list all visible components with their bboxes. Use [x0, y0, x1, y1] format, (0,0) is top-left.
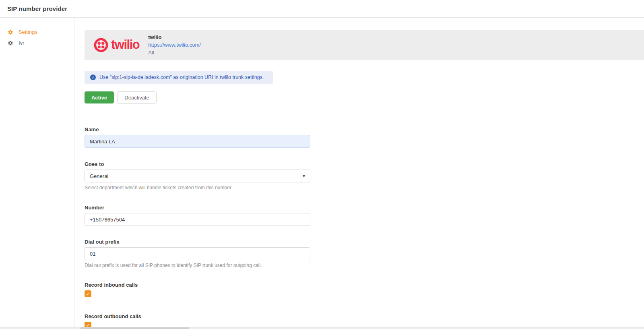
sidebar-item-label: Ivr	[19, 40, 24, 46]
twilio-logo: twilio	[94, 38, 139, 52]
goes-to-help-text: Select department which will handle tick…	[85, 185, 310, 190]
name-input[interactable]	[85, 135, 310, 148]
status-button-row: Active Deactivate	[85, 91, 644, 103]
page-header: SIP number provider	[0, 0, 644, 18]
horizontal-scrollbar[interactable]	[0, 327, 644, 329]
provider-name: twilio	[148, 33, 201, 41]
goes-to-label: Goes to	[85, 161, 310, 167]
provider-banner: twilio twilio https://www.twilio.com/ Al…	[85, 30, 644, 60]
settings-form: Name Goes to General ▾ Select department…	[85, 126, 310, 329]
gear-icon	[8, 29, 13, 35]
sidebar-item-ivr[interactable]: Ivr	[0, 37, 74, 48]
number-label: Number	[85, 205, 310, 211]
chevron-down-icon: ▾	[303, 174, 305, 178]
notice-text: Use "sip:1-sip-la-de.ladesk.com" as orig…	[99, 74, 264, 80]
record-inbound-label: Record inbound calls	[85, 282, 310, 288]
dial-out-prefix-field-group: Dial out prefix Dial out prefix is used …	[85, 239, 310, 268]
number-field-group: Number	[85, 205, 310, 226]
dial-out-prefix-label: Dial out prefix	[85, 239, 310, 245]
twilio-mark-icon	[94, 38, 108, 52]
sidebar-item-settings[interactable]: Settings	[0, 27, 74, 37]
dial-out-prefix-input[interactable]	[85, 247, 310, 260]
scrollbar-thumb[interactable]	[80, 327, 189, 329]
main-content: twilio twilio https://www.twilio.com/ Al…	[75, 18, 644, 327]
record-outbound-label: Record outbound calls	[85, 313, 310, 319]
provider-meta: twilio https://www.twilio.com/ All	[148, 33, 201, 56]
gear-icon	[8, 40, 13, 46]
twilio-wordmark: twilio	[111, 38, 139, 52]
sidebar: Settings Ivr	[0, 18, 74, 327]
deactivate-button[interactable]: Deactivate	[117, 91, 157, 103]
name-label: Name	[85, 126, 310, 132]
sidebar-item-label: Settings	[19, 29, 37, 35]
dial-out-prefix-help-text: Dial out prefix is used for all SIP phon…	[85, 263, 310, 268]
goes-to-field-group: Goes to General ▾ Select department whic…	[85, 161, 310, 190]
checkmark-icon: ✓	[86, 292, 90, 296]
provider-scope: All	[148, 49, 201, 56]
record-inbound-group: Record inbound calls ✓	[85, 282, 310, 297]
active-button[interactable]: Active	[85, 91, 114, 103]
goes-to-selected-value: General	[90, 173, 108, 179]
origination-uri-notice: i Use "sip:1-sip-la-de.ladesk.com" as or…	[85, 71, 273, 84]
info-icon: i	[90, 74, 96, 80]
page-title: SIP number provider	[0, 5, 67, 12]
provider-url-link[interactable]: https://www.twilio.com/	[148, 42, 201, 48]
number-input[interactable]	[85, 213, 310, 226]
record-outbound-group: Record outbound calls ✓	[85, 313, 310, 329]
goes-to-select[interactable]: General ▾	[85, 170, 310, 182]
name-field-group: Name	[85, 126, 310, 148]
record-inbound-checkbox[interactable]: ✓	[85, 290, 91, 297]
app-root: SIP number provider Settings Ivr	[0, 0, 644, 329]
